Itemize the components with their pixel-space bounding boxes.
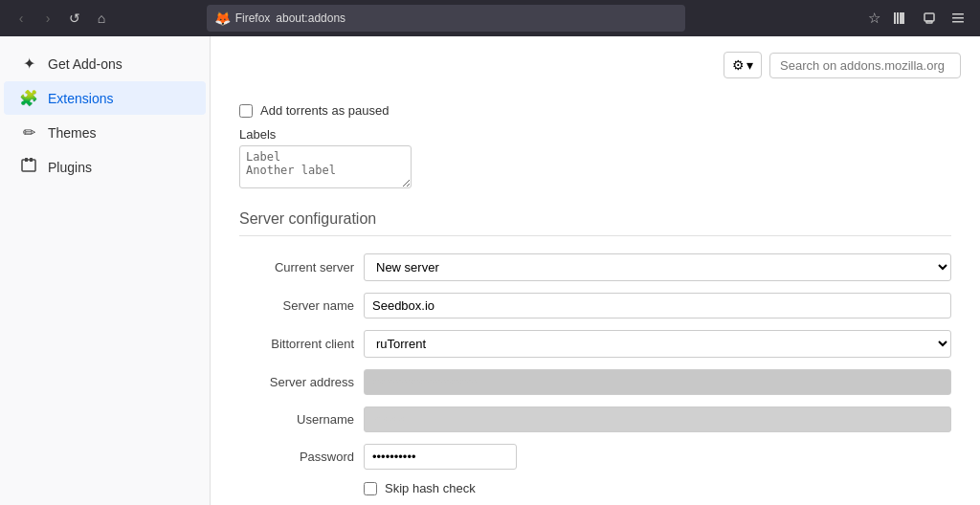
svg-rect-0: [894, 12, 896, 24]
forward-button[interactable]: ›: [36, 7, 59, 30]
bittorrent-client-label: Bittorrent client: [239, 337, 354, 351]
svg-rect-2: [900, 12, 904, 24]
server-name-label: Server name: [239, 298, 354, 313]
sidebar-item-get-addons-label: Get Add-ons: [48, 56, 122, 72]
bittorrent-client-row: Bittorrent client ruTorrent Deluge qBitt…: [239, 330, 951, 358]
gear-dropdown-icon: ▾: [746, 57, 753, 73]
browser-chrome: ‹ › ↺ ⌂ 🦊 Firefox about:addons ☆: [0, 0, 980, 36]
sidebar: ✦ Get Add-ons 🧩 Extensions ✏ Themes Plug…: [0, 36, 211, 505]
search-addons-input[interactable]: [769, 53, 961, 78]
svg-rect-8: [22, 160, 35, 171]
sidebar-item-plugins-label: Plugins: [48, 160, 92, 175]
sidebar-item-get-addons[interactable]: ✦ Get Add-ons: [4, 47, 206, 80]
svg-rect-5: [952, 13, 964, 15]
password-input[interactable]: [364, 444, 517, 470]
server-address-input[interactable]: [364, 369, 951, 395]
server-name-input[interactable]: [364, 293, 951, 318]
labels-section: Labels Label Another label: [239, 127, 951, 191]
svg-rect-7: [952, 21, 964, 23]
bittorrent-client-select[interactable]: ruTorrent Deluge qBittorrent Transmissio…: [364, 330, 951, 358]
gear-icon: ⚙: [732, 57, 745, 73]
reload-button[interactable]: ↺: [63, 7, 86, 30]
server-address-row: Server address: [239, 369, 951, 395]
app-container: ✦ Get Add-ons 🧩 Extensions ✏ Themes Plug…: [0, 36, 980, 505]
bookmark-star-button[interactable]: ☆: [864, 6, 884, 31]
current-server-row: Current server New server: [239, 253, 951, 281]
sidebar-item-themes[interactable]: ✏ Themes: [4, 116, 206, 149]
sidebar-item-extensions[interactable]: 🧩 Extensions: [4, 81, 206, 115]
sync-button[interactable]: [917, 6, 942, 31]
top-toolbar: ⚙ ▾: [724, 52, 961, 78]
server-address-label: Server address: [239, 375, 354, 389]
brand-name: Firefox: [235, 11, 271, 25]
library-button[interactable]: [888, 6, 913, 31]
add-torrents-paused-row: Add torrents as paused: [239, 103, 951, 118]
svg-rect-10: [30, 158, 33, 162]
sidebar-item-themes-label: Themes: [48, 125, 97, 141]
main-content: ⚙ ▾ Add torrents as paused Labels Label …: [211, 36, 980, 505]
add-torrents-paused-label[interactable]: Add torrents as paused: [260, 103, 389, 118]
sidebar-item-plugins[interactable]: Plugins: [4, 150, 206, 185]
overflow-menu-button[interactable]: [946, 6, 970, 31]
current-server-label: Current server: [239, 260, 354, 274]
sidebar-item-extensions-label: Extensions: [48, 91, 113, 106]
svg-rect-6: [952, 17, 964, 19]
server-config-title: Server configuration: [239, 210, 951, 236]
add-torrents-paused-checkbox[interactable]: [239, 104, 253, 118]
server-name-row: Server name: [239, 293, 951, 318]
username-label: Username: [239, 412, 354, 427]
nav-buttons: ‹ › ↺ ⌂: [10, 7, 113, 30]
address-bar[interactable]: 🦊 Firefox about:addons: [207, 5, 685, 32]
labels-section-title: Labels: [239, 127, 951, 142]
themes-icon: ✏: [19, 123, 38, 142]
gear-settings-button[interactable]: ⚙ ▾: [724, 52, 762, 78]
get-addons-icon: ✦: [19, 55, 38, 73]
password-row: Password: [239, 444, 951, 470]
svg-rect-1: [897, 12, 899, 24]
svg-rect-9: [25, 158, 28, 162]
content-body: Add torrents as paused Labels Label Anot…: [239, 103, 951, 505]
skip-hash-check-row: Skip hash check: [364, 481, 951, 495]
browser-actions: ☆: [864, 6, 970, 31]
home-button[interactable]: ⌂: [90, 7, 113, 30]
plugins-icon: [19, 158, 38, 177]
server-config: Server configuration Current server New …: [239, 210, 951, 505]
svg-rect-3: [924, 13, 934, 21]
username-row: Username: [239, 406, 951, 432]
username-input[interactable]: [364, 406, 951, 432]
back-button[interactable]: ‹: [10, 7, 33, 30]
password-label: Password: [239, 450, 354, 464]
extensions-icon: 🧩: [19, 89, 38, 107]
url-display: about:addons: [276, 11, 345, 25]
labels-textarea[interactable]: Label Another label: [239, 145, 412, 188]
current-server-select[interactable]: New server: [364, 253, 951, 281]
skip-hash-check-label[interactable]: Skip hash check: [385, 481, 476, 495]
svg-rect-4: [926, 21, 932, 23]
skip-hash-check-checkbox[interactable]: [364, 482, 377, 495]
firefox-logo-icon: 🦊: [214, 11, 230, 26]
